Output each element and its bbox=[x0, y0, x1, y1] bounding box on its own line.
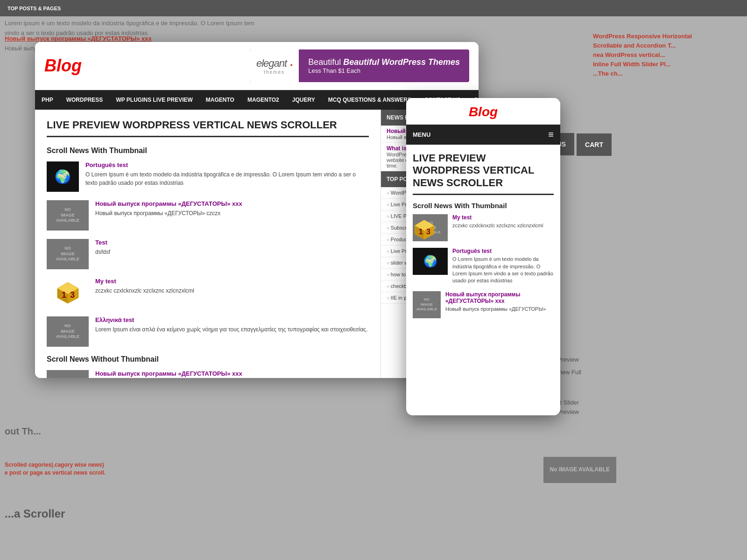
news-text-2: Test dsfdsf bbox=[95, 239, 110, 256]
mobile-news-text-0: My test zczxkc czxlcknxzlc xzclxznc xzlc… bbox=[452, 214, 543, 229]
bg-bottom-text-1: out Th... bbox=[5, 424, 41, 439]
nav-wordpress[interactable]: WORDPRESS bbox=[60, 90, 110, 110]
mobile-news-link-2[interactable]: Новый выпуск программы «ДЕГУСТАТОРЫ» xxx bbox=[445, 291, 554, 304]
news-thumb-3: NOIMAGEAVAILABLE bbox=[47, 316, 89, 347]
mobile-news-text-1: Português test O Lorem Ipsum é um texto … bbox=[452, 248, 554, 285]
desktop-section-2-title: Scroll News Without Thumbnail bbox=[47, 355, 369, 364]
news-desc-2: dsfdsf bbox=[95, 248, 110, 256]
mobile-page-title: LIVE PREVIEW WORDPRESS VERTICAL NEWS SCR… bbox=[413, 152, 554, 195]
news-item-2: NOIMAGEAVAILABLE Test dsfdsf bbox=[47, 239, 369, 269]
desktop-blog-header: Blog elegant ✦ themes Beautiful Beautifu… bbox=[35, 42, 479, 90]
svg-text:3: 3 bbox=[70, 290, 75, 300]
news-text-0: Português test O Lorem Ipsum é um texto … bbox=[85, 161, 369, 187]
mobile-blog-title: Blog bbox=[411, 105, 556, 119]
svg-text:3: 3 bbox=[426, 227, 430, 236]
desktop-section-1-title: Scroll News With Thumbnail bbox=[47, 147, 369, 155]
news-link-0[interactable]: Português test bbox=[85, 161, 369, 168]
bg-cart: CART bbox=[577, 133, 612, 156]
news-thumb-cube: 1 3 bbox=[47, 278, 89, 308]
desktop-content-area: LIVE PREVIEW WORDPRESS VERTICAL NEWS SCR… bbox=[35, 110, 381, 378]
nav-jquery[interactable]: JQUERY bbox=[286, 90, 322, 110]
bg-right-links: WordPress Responsive Horizontal Scrollab… bbox=[588, 28, 747, 84]
bg-no-image: No IMAGE AVAILABLE bbox=[543, 457, 616, 483]
mobile-news-desc-2: Новый выпуск программы «ДЕГУСТОРЫ» bbox=[445, 306, 554, 313]
bg-right-link-4: Inline Full Width Slider Pl... bbox=[593, 61, 742, 68]
mobile-no-image-2: NOIMAGEAVAILABLE bbox=[413, 291, 441, 318]
news-thumb-1: NOIMAGEAVAILABLE bbox=[47, 200, 89, 231]
mobile-news-desc-1: O Lorem Ipsum é um texto modelo da indús… bbox=[452, 256, 554, 285]
news-text-1: Новый выпуск программы «ДЕГУСТАТОРЫ» xxx… bbox=[95, 200, 242, 217]
mobile-nav-bar: MENU ≡ bbox=[406, 125, 560, 145]
mobile-section-title: Scroll News With Thumbnail bbox=[413, 202, 554, 210]
mobile-news-item-2: NOIMAGEAVAILABLE Новый выпуск программы … bbox=[413, 291, 554, 318]
bg-bottom-links: Scrolled cagories|.cagory wise news) e p… bbox=[5, 462, 106, 476]
mobile-news-link-0[interactable]: My test bbox=[452, 214, 543, 221]
news-desc-3: zczxkc czxlcknxzlc xzclxznc xzlcnzxlcml bbox=[95, 287, 194, 295]
bg-right-link-2: Scrollable and Accordion T... bbox=[593, 42, 742, 49]
news-text-3: My test zczxkc czxlcknxzlc xzclxznc xzlc… bbox=[95, 278, 194, 295]
news-item-globe: 🌍 Português test O Lorem Ipsum é um text… bbox=[47, 161, 369, 192]
news-desc-0: O Lorem Ipsum é um texto modelo da indús… bbox=[85, 170, 369, 187]
nav-magento2[interactable]: MAGENTO2 bbox=[241, 90, 286, 110]
nav-php[interactable]: PHP bbox=[35, 90, 60, 110]
mobile-content-area: LIVE PREVIEW WORDPRESS VERTICAL NEWS SCR… bbox=[406, 145, 560, 415]
news-link-1[interactable]: Новый выпуск программы «ДЕГУСТАТОРЫ» xxx bbox=[95, 200, 242, 207]
news-text-4: Ελληνικά test Lorem Ipsum είναι απλά ένα… bbox=[95, 316, 367, 334]
svg-text:1: 1 bbox=[62, 290, 66, 300]
news-item-1: NOIMAGEAVAILABLE Новый выпуск программы … bbox=[47, 200, 369, 231]
mobile-news-item-1: 🌍 Português test O Lorem Ipsum é um text… bbox=[413, 248, 554, 285]
news-link-3[interactable]: My test bbox=[95, 278, 194, 285]
news-text-s2-0: Новый выпуск программы «ДЕГУСТАТОРЫ» xxx… bbox=[95, 370, 242, 378]
news-desc-1: Новый выпуск программы «ДЕГУСТОРЫ» czczx bbox=[95, 209, 242, 217]
bg-right-link-3: nea WordPress vertical... bbox=[593, 51, 742, 58]
news-link-s2-0[interactable]: Новый выпуск программы «ДЕГУСТАТОРЫ» xxx bbox=[95, 370, 242, 377]
mobile-window: Blog MENU ≡ LIVE PREVIEW WORDPRESS VERTI… bbox=[406, 98, 560, 415]
bg-red-link-1: Новый выпуск программы «ДЕГУСТАТОРЫ» xxx bbox=[5, 35, 152, 42]
bg-scroller-label: ...a Scroller bbox=[5, 505, 65, 523]
news-link-4[interactable]: Ελληνικά test bbox=[95, 316, 367, 323]
mobile-thumb-globe: 🌍 bbox=[413, 248, 448, 275]
nav-magento[interactable]: MAGENTO bbox=[199, 90, 241, 110]
news-item-cube: 1 3 My test zczxkc czxlcknxzlc xzclxznc … bbox=[47, 278, 369, 308]
news-link-2[interactable]: Test bbox=[95, 239, 110, 246]
ad-text: Beautiful Beautiful WordPress Themes Les… bbox=[299, 57, 469, 74]
mobile-blog-header: Blog bbox=[406, 98, 560, 125]
ad-banner[interactable]: elegant ✦ themes Beautiful Beautiful Wor… bbox=[250, 49, 469, 82]
hamburger-icon[interactable]: ≡ bbox=[548, 129, 554, 140]
bg-right-link-1: WordPress Responsive Horizontal bbox=[593, 33, 742, 40]
mobile-thumb-container-0: NOIMAGEAVAILABLE 1 3 bbox=[413, 214, 448, 241]
mobile-news-desc-0: zczxkc czxlcknxzlc xzclxznc xzlcnzxlcml bbox=[452, 222, 543, 229]
news-thumb-globe: 🌍 bbox=[47, 161, 79, 192]
news-item-3: NOIMAGEAVAILABLE Ελληνικά test Lorem Ips… bbox=[47, 316, 369, 347]
bg-right-link-5: ...The ch... bbox=[593, 70, 742, 77]
mobile-news-link-1[interactable]: Português test bbox=[452, 248, 554, 254]
bg-body-text: Lorem ipsum é um texto modelo da indústr… bbox=[5, 5, 261, 38]
mobile-news-text-2: Новый выпуск программы «ДЕГУСТАТОРЫ» xxx… bbox=[445, 291, 554, 313]
mobile-news-item-0: NOIMAGEAVAILABLE 1 3 My test zczxkc czxl… bbox=[413, 214, 554, 241]
mobile-menu-label: MENU bbox=[413, 131, 430, 138]
ad-logo: elegant ✦ themes bbox=[250, 49, 299, 82]
news-thumb-2: NOIMAGEAVAILABLE bbox=[47, 239, 89, 269]
news-item-s2-0: NOIMAGEAVAILABLE Новый выпуск программы … bbox=[47, 370, 369, 378]
desktop-blog-title: Blog bbox=[44, 56, 82, 76]
mobile-cube-icon: 1 3 bbox=[413, 218, 436, 241]
nav-mcq[interactable]: MCQ QUESTIONS & ANSWERS bbox=[322, 90, 418, 110]
desktop-page-title: LIVE PREVIEW WORDPRESS VERTICAL NEWS SCR… bbox=[47, 119, 369, 137]
svg-text:1: 1 bbox=[419, 227, 423, 236]
news-desc-4: Lorem Ipsum είναι απλά ένα κείμενο χωρίς… bbox=[95, 325, 367, 334]
nav-wp-plugins[interactable]: WP PLUGINS LIVE PREVIEW bbox=[109, 90, 199, 110]
news-thumb-s2-0: NOIMAGEAVAILABLE bbox=[47, 370, 89, 378]
